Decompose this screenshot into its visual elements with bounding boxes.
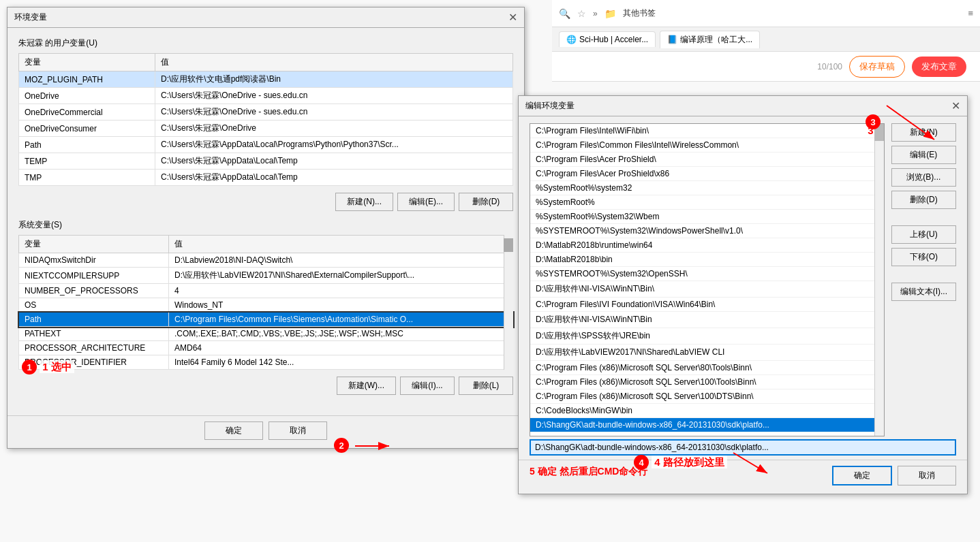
edit-movedown-btn[interactable]: 下移(O) (891, 248, 956, 266)
path-list-item[interactable]: D:\应用软件\SPSS软件\JRE\bin (530, 328, 884, 345)
edit-dialog-titlebar: 编辑环境变量 ✕ (519, 96, 967, 116)
user-var-cell: TMP (19, 170, 155, 186)
user-table-row[interactable]: OneDriveConsumerC:\Users\朱冠霖\OneDrive (19, 121, 513, 137)
path-list-item[interactable]: D:\应用软件\NI-VISA\WinNT\Bin\ (530, 281, 884, 298)
sys-edit-btn[interactable]: 编辑(I)... (400, 377, 455, 395)
user-var-cell: OneDrive (19, 88, 155, 104)
edit-dialog-close[interactable]: ✕ (951, 101, 960, 112)
sys-new-btn[interactable]: 新建(W)... (337, 377, 396, 395)
env-dialog-titlebar: 环境变量 ✕ (7, 7, 524, 28)
sys-table-row[interactable]: NUMBER_OF_PROCESSORS4 (19, 284, 513, 298)
user-btn-row: 新建(N)... 编辑(E)... 删除(D) (18, 193, 513, 211)
path-list-item[interactable]: %SYSTEMROOT%\System32\OpenSSH\ (530, 267, 884, 281)
env-dialog-title: 环境变量 (14, 12, 47, 23)
user-vars-table: 变量 值 MOZ_PLUGIN_PATHD:\应用软件\文电通pdf阅读器\Bi… (18, 53, 513, 186)
path-list-item[interactable]: D:\MatlabR2018b\bin (530, 253, 884, 267)
path-list-item[interactable]: D:\应用软件\LabVIEW2017\NI\Shared\LabVIEW CL… (530, 345, 884, 361)
sys-table-scrollbar[interactable] (504, 235, 513, 370)
path-list-item[interactable]: D:\MatlabR2018b\runtime\win64 (530, 238, 884, 253)
edit-browse-btn[interactable]: 浏览(B)... (891, 168, 956, 187)
edit-path-input-row (530, 439, 956, 456)
user-new-btn[interactable]: 新建(N)... (335, 193, 393, 211)
bookmarks-label: 其他书签 (623, 7, 656, 19)
edit-cancel-btn[interactable]: 取消 (898, 466, 956, 485)
user-var-cell: MOZ_PLUGIN_PATH (19, 71, 155, 88)
publish-button[interactable]: 发布文章 (912, 57, 966, 77)
user-val-cell: C:\Users\朱冠霖\AppData\Local\Temp (155, 170, 513, 186)
sys-val-cell: Intel64 Family 6 Model 142 Ste... (169, 355, 513, 370)
path-list-item[interactable]: C:\CodeBlocks\MinGW\bin (530, 404, 884, 418)
sys-val-cell: .COM;.EXE;.BAT;.CMD;.VBS;.VBE;.JS;.JSE;.… (169, 327, 513, 341)
bookmark-folder-icon: 📁 (604, 8, 616, 19)
path-list[interactable]: C:\Program Files\Intel\WiFi\bin\C:\Progr… (530, 123, 885, 436)
env-ok-btn[interactable]: 确定 (204, 421, 263, 440)
path-list-item-selected[interactable]: D:\ShangGK\adt-bundle-windows-x86_64-201… (530, 418, 884, 432)
edit-delete-btn[interactable]: 删除(D) (891, 191, 956, 209)
sys-table-row[interactable]: PROCESSOR_IDENTIFIERIntel64 Family 6 Mod… (19, 355, 513, 370)
user-var-cell: OneDriveCommercial (19, 104, 155, 121)
path-list-item[interactable]: C:\Program Files\Intel\WiFi\bin\ (530, 124, 884, 138)
edit-edittext-btn[interactable]: 编辑文本(I)... (891, 283, 956, 301)
scrollbar-thumb (874, 124, 884, 141)
path-list-item[interactable]: %SYSTEMROOT%\System32\WindowsPowerShell\… (530, 224, 884, 238)
user-delete-btn[interactable]: 删除(D) (459, 193, 513, 211)
scroll-num-annotation: 3 (868, 125, 873, 136)
path-list-container: C:\Program Files\Intel\WiFi\bin\C:\Progr… (530, 123, 885, 436)
tab-scihub-label: Sci-Hub | Acceler... (579, 35, 648, 44)
path-list-item[interactable]: C:\Program Files\Acer ProShield\ (530, 153, 884, 167)
user-edit-btn[interactable]: 编辑(E)... (397, 193, 455, 211)
sys-table-row[interactable]: OSWindows_NT (19, 298, 513, 313)
tab-scihub[interactable]: 🌐 Sci-Hub | Acceler... (559, 31, 656, 47)
path-list-item[interactable]: C:\Program Files (x86)\Microsoft SQL Ser… (530, 389, 884, 404)
sys-table-row[interactable]: NIEXTCCOMPILERSUPPD:\应用软件\LabVIEW2017\NI… (19, 268, 513, 284)
env-cancel-btn[interactable]: 取消 (269, 421, 327, 440)
sys-var-cell: Path (19, 313, 169, 327)
spacer2 (891, 270, 956, 278)
user-val-cell: C:\Users\朱冠霖\OneDrive - sues.edu.cn (155, 104, 513, 121)
sys-table-row[interactable]: PATHEXT.COM;.EXE;.BAT;.CMD;.VBS;.VBE;.JS… (19, 327, 513, 341)
user-table-row[interactable]: TEMPC:\Users\朱冠霖\AppData\Local\Temp (19, 153, 513, 170)
path-list-item[interactable]: C:\Program Files\IVI Foundation\VISA\Win… (530, 298, 884, 312)
edit-edit-btn[interactable]: 编辑(E) (891, 146, 956, 164)
user-table-row[interactable]: TMPC:\Users\朱冠霖\AppData\Local\Temp (19, 170, 513, 186)
user-val-cell: C:\Users\朱冠霖\AppData\Local\Programs\Pyth… (155, 137, 513, 153)
edit-ok-btn[interactable]: 确定 (832, 466, 892, 485)
sys-var-cell: OS (19, 298, 169, 313)
path-list-item[interactable]: D:\应用软件\NI-VISA\WinNT\Bin (530, 312, 884, 328)
path-list-item[interactable]: %SystemRoot%\System32\Wbem (530, 210, 884, 224)
path-list-item[interactable]: C:\Program Files\Common Files\Intel\Wire… (530, 138, 884, 153)
bookmarks-more: » (593, 9, 598, 18)
step5-label: 5 确定 然后重启CMD命令行 (530, 466, 827, 485)
search-icon: 🔍 (559, 8, 570, 19)
user-table-row[interactable]: MOZ_PLUGIN_PATHD:\应用软件\文电通pdf阅读器\Bin (19, 71, 513, 88)
sys-table-row[interactable]: PROCESSOR_ARCHITECTUREAMD64 (19, 341, 513, 355)
env-dialog-footer: 确定 取消 (7, 415, 524, 448)
user-table-row[interactable]: PathC:\Users\朱冠霖\AppData\Local\Programs\… (19, 137, 513, 153)
sys-table-row[interactable]: NIDAQmxSwitchDirD:\Labview2018\NI-DAQ\Sw… (19, 253, 513, 268)
word-count: 10/100 (817, 62, 842, 71)
path-list-item[interactable]: %SystemRoot%\system32 (530, 181, 884, 195)
edit-new-btn[interactable]: 新建(N) (891, 123, 956, 142)
path-list-item[interactable]: C:\Program Files (x86)\Microsoft SQL Ser… (530, 375, 884, 389)
user-table-row[interactable]: OneDriveC:\Users\朱冠霖\OneDrive - sues.edu… (19, 88, 513, 104)
path-list-item[interactable]: %SystemRoot% (530, 195, 884, 210)
user-vars-label: 朱冠霖 的用户变量(U) (18, 37, 513, 49)
env-dialog-close[interactable]: ✕ (508, 12, 517, 23)
sys-var-cell: PROCESSOR_IDENTIFIER (19, 355, 169, 370)
tab-compiler[interactable]: 📘 编译原理（哈工大... (660, 31, 760, 48)
path-list-item[interactable]: C:\Program Files\Acer ProShield\x86 (530, 167, 884, 181)
user-val-cell: C:\Users\朱冠霖\OneDrive (155, 121, 513, 137)
sys-col-var: 变量 (19, 236, 169, 253)
sys-scrollbar-thumb (504, 238, 513, 252)
edit-moveup-btn[interactable]: 上移(U) (891, 225, 956, 244)
user-table-row[interactable]: OneDriveCommercialC:\Users\朱冠霖\OneDrive … (19, 104, 513, 121)
sys-delete-btn[interactable]: 删除(L) (459, 377, 513, 395)
save-draft-button[interactable]: 保存草稿 (849, 56, 905, 78)
sys-table-row[interactable]: PathC:\Program Files\Common Files\Siemen… (19, 313, 513, 327)
more-icon: ≡ (968, 8, 973, 18)
user-val-cell: C:\Users\朱冠霖\AppData\Local\Temp (155, 153, 513, 170)
spacer (891, 213, 956, 221)
path-list-item[interactable]: C:\Program Files (x86)\Microsoft SQL Ser… (530, 361, 884, 375)
edit-path-input[interactable] (530, 439, 956, 456)
path-list-scrollbar[interactable] (874, 124, 884, 436)
